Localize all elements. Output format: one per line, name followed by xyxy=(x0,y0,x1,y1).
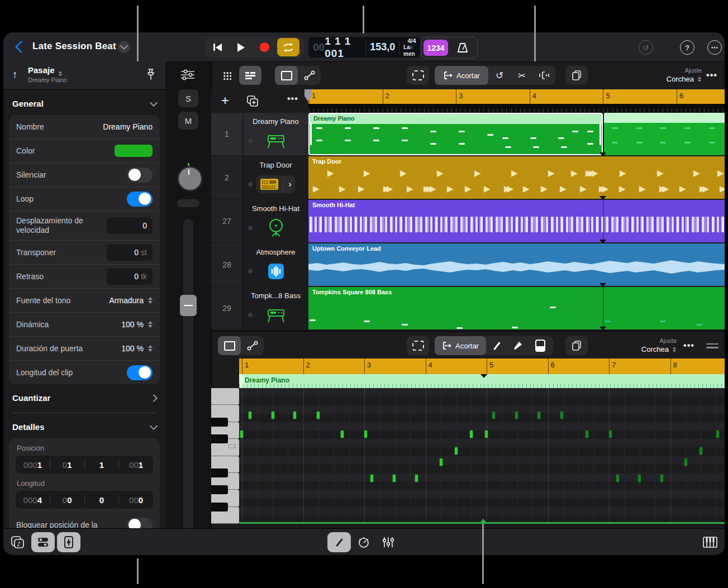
count-in-button[interactable]: 1234 xyxy=(424,40,448,56)
waveform xyxy=(308,256,725,278)
split-tool-button[interactable]: ✂ xyxy=(511,70,533,81)
track-number[interactable]: 28 xyxy=(211,243,243,286)
snap-setting[interactable]: Ajuste Corchea xyxy=(640,67,702,84)
gate-time-stepper[interactable]: 100 % xyxy=(121,344,153,353)
inspector-subtitle: Dreamy Piano xyxy=(28,77,67,83)
trim-button[interactable]: Acortar xyxy=(435,66,488,85)
velocity-offset-field[interactable]: 0 xyxy=(107,217,153,234)
editor-more-button[interactable]: ••• xyxy=(679,336,698,355)
playhead-notch xyxy=(480,519,487,523)
help-button[interactable]: ? xyxy=(680,40,694,55)
track-list-view-button[interactable] xyxy=(239,66,261,85)
row-color[interactable]: Color xyxy=(9,138,160,162)
undo-button[interactable]: ↺ xyxy=(639,40,653,55)
paste-button[interactable] xyxy=(565,66,588,85)
transpose-field[interactable]: 0st xyxy=(107,244,153,261)
selection-rect-icon xyxy=(281,71,292,80)
pencil-tool-button[interactable] xyxy=(486,341,507,351)
position-field[interactable]: 0001 01 1 001 xyxy=(16,456,153,474)
automation-tool-button[interactable] xyxy=(241,341,264,351)
drummer-editor-button[interactable]: › xyxy=(256,175,294,193)
tracks-more-button[interactable]: ••• xyxy=(702,66,721,85)
pan-knob[interactable] xyxy=(177,166,203,192)
automation-tool-button[interactable] xyxy=(298,70,321,80)
inspector-title[interactable]: Pasaje xyxy=(28,65,63,77)
piano-keyboard[interactable]: C3 xyxy=(211,388,239,524)
piano-roll-grid[interactable] xyxy=(239,388,725,524)
record-button[interactable] xyxy=(253,37,276,58)
midi-region-dreamy-piano[interactable]: Dreamy Piano xyxy=(308,113,603,155)
track-lane: Dreamy Piano xyxy=(308,113,725,155)
title-menu-button[interactable] xyxy=(118,41,130,53)
track-number[interactable]: 1 xyxy=(211,113,243,155)
mute-toggle[interactable] xyxy=(127,168,153,183)
channel-strip-toggle-button[interactable] xyxy=(57,532,80,552)
mute-button[interactable]: M xyxy=(178,112,198,130)
levels-button[interactable] xyxy=(380,532,397,552)
time-quantize-button[interactable] xyxy=(355,532,372,552)
snap-setting[interactable]: Ajuste Corchea xyxy=(615,337,677,354)
midi-region-smooth-hi-hat[interactable]: Smooth Hi-Hat xyxy=(308,200,725,242)
duplicate-track-button[interactable] xyxy=(246,94,259,108)
project-title[interactable]: Late Session Beat xyxy=(32,41,116,52)
track-header[interactable]: Dreamy Piano xyxy=(243,113,308,155)
play-button[interactable] xyxy=(229,37,253,58)
multi-select-button[interactable] xyxy=(407,66,429,85)
pin-button[interactable] xyxy=(145,68,156,82)
length-field[interactable]: 0004 00 0 000 xyxy=(16,491,153,509)
section-detalles[interactable]: Detalles xyxy=(3,413,165,436)
onscreen-keyboard-button[interactable] xyxy=(701,532,720,552)
track-header[interactable]: Trap Door › xyxy=(243,156,308,199)
piano-roll-ruler[interactable]: 12345678 xyxy=(239,358,725,374)
select-tool-button[interactable] xyxy=(218,336,241,355)
clip-length-toggle[interactable] xyxy=(127,365,153,380)
back-icon[interactable] xyxy=(15,41,28,54)
tracks-ruler[interactable]: 123456 xyxy=(308,89,725,104)
dynamics-stepper[interactable]: 100 % xyxy=(121,320,153,329)
track-number[interactable]: 29 xyxy=(211,287,243,329)
metronome-button[interactable] xyxy=(448,42,477,54)
audio-region-uptown-conveyor-lead[interactable]: Uptown Conveyor Lead xyxy=(308,243,725,286)
editor-resize-handle[interactable] xyxy=(703,336,722,355)
back-up-icon[interactable]: ↑ xyxy=(12,69,18,81)
section-cuantizar[interactable]: Cuantizar xyxy=(3,384,165,407)
region-name: Uptown Conveyor Lead xyxy=(312,245,381,252)
trim-button[interactable]: Acortar xyxy=(435,336,486,355)
delay-field[interactable]: 0tk xyxy=(107,268,153,285)
drummer-region-trap-door[interactable]: Trap Door ▶▶▶▶▶▶▶▶▶▶▶▶▶▶▶ ▶▶▶▶▶▶▶▶▶▶▶▶▶▶… xyxy=(308,156,725,199)
lock-position-toggle[interactable] xyxy=(127,518,153,529)
loop-tool-button[interactable]: ↺ xyxy=(488,70,511,82)
channel-settings-button[interactable] xyxy=(179,68,196,82)
velocity-tool-button[interactable] xyxy=(529,340,552,352)
track-header-more-button[interactable]: ••• xyxy=(287,94,298,104)
track-header[interactable]: Tompk...8 Bass xyxy=(243,287,308,329)
multi-select-button[interactable] xyxy=(407,336,429,355)
select-tool-button[interactable] xyxy=(275,66,298,85)
track-number[interactable]: 2 xyxy=(211,156,243,199)
more-options-button[interactable]: ⋯ xyxy=(707,40,722,55)
midi-region-loop-repeat[interactable] xyxy=(604,113,725,155)
row-nombre[interactable]: Nombre Dreamy Piano xyxy=(9,115,160,138)
pitch-source-stepper[interactable]: Armadura xyxy=(110,296,153,305)
add-track-button[interactable]: + xyxy=(221,93,229,108)
color-swatch[interactable] xyxy=(115,145,153,157)
track-header[interactable]: Smooth Hi-Hat xyxy=(243,200,308,242)
track-header[interactable]: Atmosphere xyxy=(243,243,308,286)
loop-toggle[interactable] xyxy=(127,192,153,207)
section-general[interactable]: General xyxy=(3,90,165,113)
volume-fader-track[interactable] xyxy=(183,219,193,535)
track-number[interactable]: 27 xyxy=(211,200,243,242)
lcd-display[interactable]: 00 1 1 1 001 153,0 4/4 La♭ men xyxy=(308,37,420,58)
divide-at-playhead-button[interactable] xyxy=(533,71,555,80)
go-to-beginning-button[interactable] xyxy=(206,37,229,58)
inspector-toggle-button[interactable] xyxy=(31,532,55,552)
browser-button[interactable]: ♪ xyxy=(9,532,27,552)
grid-view-button[interactable] xyxy=(217,66,237,85)
brush-tool-button[interactable] xyxy=(507,341,529,351)
cycle-button[interactable] xyxy=(277,38,299,56)
paste-button[interactable] xyxy=(565,336,588,355)
midi-region-tompkins-square-808-bass[interactable]: Tompkins Square 808 Bass xyxy=(308,287,725,329)
pencil-mode-button[interactable] xyxy=(327,532,351,552)
volume-fader-handle[interactable] xyxy=(180,295,197,316)
solo-button[interactable]: S xyxy=(178,89,198,107)
